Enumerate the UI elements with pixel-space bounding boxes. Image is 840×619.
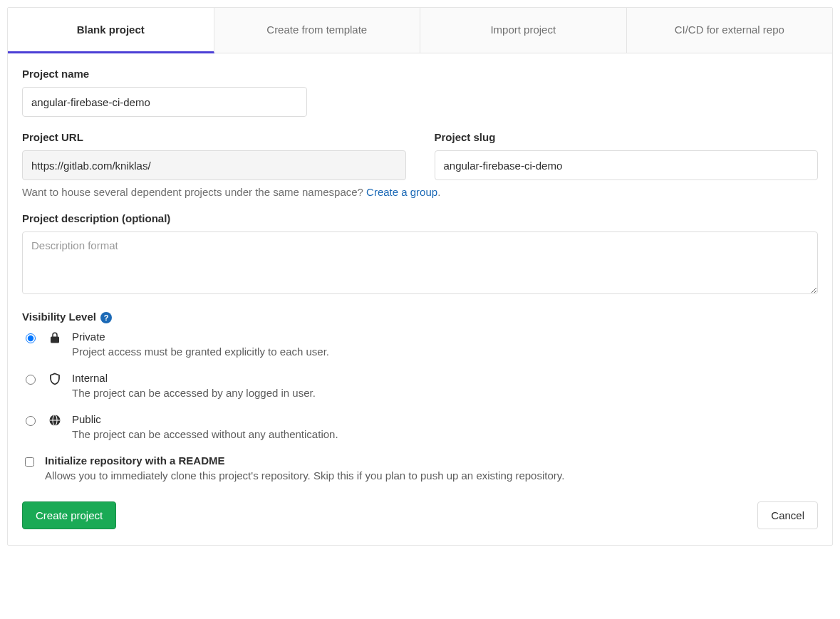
visibility-internal-radio[interactable] bbox=[26, 375, 36, 385]
visibility-public-radio[interactable] bbox=[26, 416, 36, 426]
visibility-level-label: Visibility Level ? bbox=[22, 311, 818, 323]
visibility-private-radio[interactable] bbox=[26, 333, 36, 343]
lock-icon bbox=[48, 331, 62, 344]
visibility-public-title: Public bbox=[72, 413, 338, 425]
form-body: Project name Project URL Project slug Wa… bbox=[8, 53, 832, 545]
project-slug-label: Project slug bbox=[435, 131, 819, 143]
tab-import-project[interactable]: Import project bbox=[420, 8, 627, 53]
tab-create-from-template[interactable]: Create from template bbox=[214, 8, 421, 53]
globe-icon bbox=[48, 414, 62, 427]
project-url-display bbox=[22, 150, 406, 180]
visibility-internal-title: Internal bbox=[72, 372, 316, 384]
initialize-readme-title: Initialize repository with a README bbox=[45, 454, 564, 467]
new-project-panel: Blank project Create from template Impor… bbox=[7, 7, 833, 546]
project-name-label: Project name bbox=[22, 68, 818, 80]
visibility-private-sub: Project access must be granted explicitl… bbox=[72, 345, 329, 358]
shield-icon bbox=[48, 373, 62, 385]
create-group-link[interactable]: Create a group bbox=[366, 186, 437, 198]
visibility-internal-sub: The project can be accessed by any logge… bbox=[72, 387, 316, 399]
project-name-input[interactable] bbox=[22, 87, 307, 117]
tab-blank-project[interactable]: Blank project bbox=[8, 8, 214, 53]
create-project-button[interactable]: Create project bbox=[22, 501, 116, 529]
initialize-readme-checkbox[interactable] bbox=[25, 457, 34, 467]
visibility-private-title: Private bbox=[72, 331, 329, 343]
initialize-readme-sub: Allows you to immediately clone this pro… bbox=[45, 469, 564, 482]
project-description-input[interactable] bbox=[22, 232, 818, 294]
visibility-public-sub: The project can be accessed without any … bbox=[72, 428, 338, 440]
namespace-hint-text: Want to house several dependent projects… bbox=[22, 186, 366, 198]
cancel-button[interactable]: Cancel bbox=[757, 501, 818, 529]
project-slug-input[interactable] bbox=[435, 150, 819, 180]
tab-cicd-external-repo[interactable]: CI/CD for external repo bbox=[627, 8, 833, 53]
project-description-label: Project description (optional) bbox=[22, 212, 818, 224]
tabs-bar: Blank project Create from template Impor… bbox=[8, 8, 832, 53]
namespace-hint-period: . bbox=[437, 186, 440, 198]
namespace-hint: Want to house several dependent projects… bbox=[22, 186, 818, 198]
help-icon[interactable]: ? bbox=[100, 312, 112, 323]
project-url-label: Project URL bbox=[22, 131, 406, 143]
